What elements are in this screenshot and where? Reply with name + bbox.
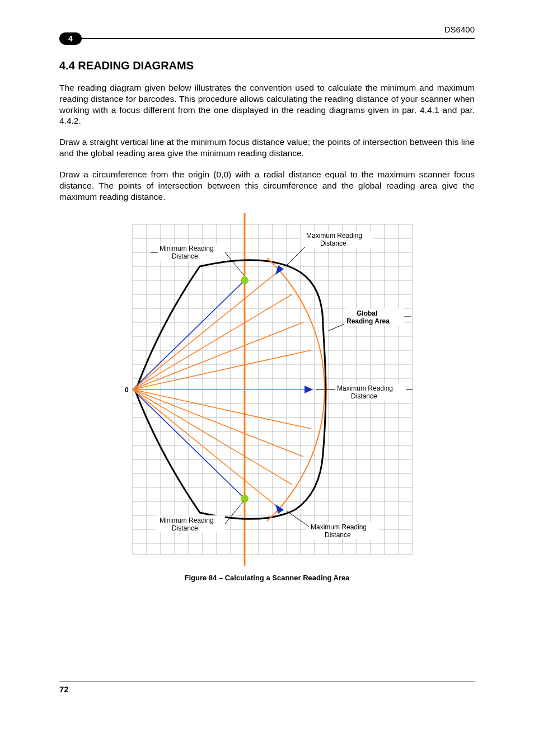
min-intersection-dot [241, 276, 249, 284]
max-intersection-arrow [305, 386, 313, 393]
global-area-label: Reading Area [346, 317, 390, 325]
footer-rule [59, 682, 475, 682]
min-reading-label: Minimum Reading [160, 516, 214, 524]
svg-line-51 [133, 389, 311, 429]
doc-id: DS6400 [444, 25, 475, 34]
page-header: DS6400 4 [59, 28, 475, 40]
max-reading-label: Distance [351, 392, 377, 400]
svg-line-48 [133, 322, 303, 389]
section-heading: 4.4 READING DIAGRAMS [59, 59, 475, 72]
max-reading-label: Maximum Reading [337, 384, 393, 392]
svg-line-63 [285, 247, 305, 266]
page-footer: 72 [59, 682, 475, 694]
header-rule [76, 38, 475, 39]
max-reading-label: Maximum Reading [311, 523, 367, 531]
svg-line-49 [133, 350, 311, 389]
svg-line-52 [133, 389, 303, 457]
origin-label: 0 [125, 386, 129, 394]
max-intersection-arrow [275, 265, 284, 275]
global-area-label: Global [357, 309, 377, 317]
body-paragraph: Draw a circumference from the origin (0,… [59, 169, 475, 202]
svg-line-69 [287, 511, 309, 527]
max-reading-label: Maximum Reading [306, 232, 362, 240]
svg-line-68 [225, 501, 243, 524]
figure-caption: Figure 84 – Calculating a Scanner Readin… [184, 574, 349, 582]
min-intersection-dot [241, 495, 249, 503]
max-reading-label: Distance [325, 531, 351, 539]
svg-line-61 [225, 252, 243, 275]
reading-diagram: 0 Minimum Reading Distance Maximum Readi… [116, 213, 418, 566]
body-paragraph: The reading diagram given below illustra… [59, 82, 475, 126]
svg-line-64 [329, 324, 344, 331]
min-reading-label: Distance [172, 524, 198, 532]
min-reading-label: Distance [172, 252, 198, 260]
figure: 0 Minimum Reading Distance Maximum Readi… [59, 213, 475, 582]
max-reading-label: Distance [320, 240, 346, 247]
min-reading-label: Minimum Reading [160, 245, 214, 252]
chapter-badge: 4 [59, 32, 82, 45]
max-intersection-arrow [275, 504, 284, 514]
body-paragraph: Draw a straight vertical line at the min… [59, 137, 475, 159]
page-number: 72 [59, 684, 69, 694]
